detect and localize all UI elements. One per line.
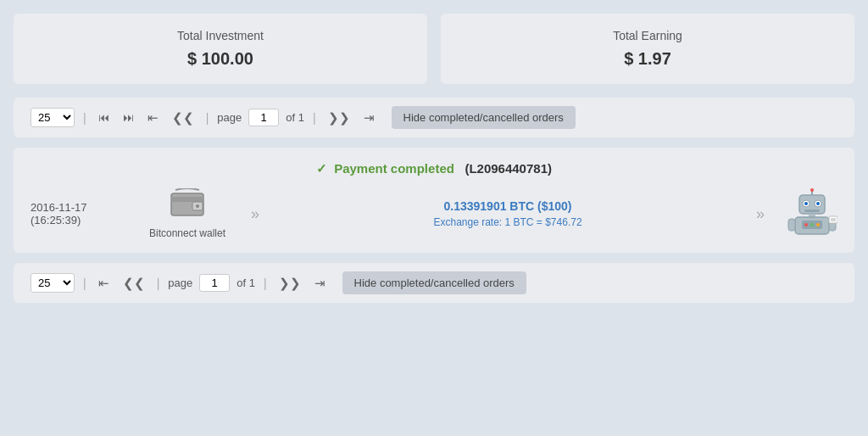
page-input-bottom[interactable]: [199, 274, 230, 292]
svg-rect-18: [788, 219, 795, 231]
order-time-value: (16:25:39): [31, 214, 132, 226]
last-btn-bottom[interactable]: ⇥: [311, 274, 329, 293]
svg-rect-20: [829, 216, 837, 223]
per-page-select-top[interactable]: 25 50 100: [31, 108, 75, 127]
btc-arrow-icon: »: [756, 205, 765, 223]
btc-section: 0.13391901 BTC ($100) Exchange rate: 1 B…: [268, 199, 748, 228]
first-btn-bottom[interactable]: ⇤: [95, 274, 113, 293]
investment-card: Total Investment $ 100.00: [14, 14, 427, 84]
wallet-icon: [170, 188, 204, 224]
next-btn-top[interactable]: ❯❯: [325, 109, 353, 127]
separator-3-top: |: [313, 111, 316, 125]
svg-point-8: [816, 202, 820, 205]
btc-amount: 0.13391901 BTC ($100): [444, 199, 572, 213]
order-date-value: 2016-11-17: [31, 201, 132, 214]
exchange-rate: Exchange rate: 1 BTC = $746.72: [433, 216, 581, 228]
page-label-bottom: page: [168, 277, 192, 289]
svg-point-15: [804, 223, 808, 226]
svg-point-7: [804, 202, 808, 205]
svg-rect-11: [804, 210, 820, 212]
arrow-right-icon: »: [251, 205, 259, 223]
pagination-top-bar: 25 50 100 | ⏮︎ ⏭︎ ⇤ ❮❮ | page of 1 | ❯❯ …: [14, 98, 854, 137]
wallet-label: Bitconnect wallet: [149, 227, 225, 239]
order-header: ✓ Payment completed (L2096440781): [31, 161, 837, 176]
order-date: 2016-11-17 (16:25:39): [31, 201, 132, 226]
back-btn-top[interactable]: ❮❮: [169, 109, 198, 127]
earning-value: $ 1.97: [458, 49, 837, 69]
investment-title: Total Investment: [31, 29, 410, 42]
of-label-top: of 1: [286, 111, 304, 124]
first-page-btn-top[interactable]: ⏮︎: [95, 109, 113, 126]
svg-rect-1: [171, 197, 203, 202]
svg-point-10: [810, 188, 814, 192]
separator-1-bottom: |: [83, 277, 86, 290]
order-body: 2016-11-17 (16:25:39) Bitconnect wallet …: [31, 188, 837, 239]
prev-page-btn-top[interactable]: ⏭︎: [120, 109, 137, 126]
summary-row: Total Investment $ 100.00 Total Earning …: [14, 14, 854, 84]
per-page-select-bottom[interactable]: 25 50 100: [31, 273, 75, 293]
pagination-bottom-bar: 25 50 100 | ⇤ ❮❮ | page of 1 | ❯❯ ⇥ Hide…: [14, 263, 854, 303]
svg-point-17: [816, 223, 820, 226]
investment-value: $ 100.00: [31, 49, 410, 69]
hide-orders-btn-top[interactable]: Hide completed/cancelled orders: [392, 106, 576, 129]
page-label-top: page: [217, 111, 242, 124]
order-status: Payment completed: [334, 161, 454, 176]
earning-title: Total Earning: [458, 29, 837, 42]
order-card: ✓ Payment completed (L2096440781) 2016-1…: [14, 148, 854, 253]
separator-3-bottom: |: [264, 277, 267, 290]
last-btn-top[interactable]: ⇥: [360, 109, 378, 127]
first-btn-top[interactable]: ⇤: [144, 109, 162, 127]
next-btn-bottom[interactable]: ❯❯: [275, 274, 304, 293]
separator-2-top: |: [206, 111, 209, 125]
earning-card: Total Earning $ 1.97: [441, 14, 854, 84]
separator-2-bottom: |: [157, 277, 160, 290]
hide-orders-btn-bottom[interactable]: Hide completed/cancelled orders: [342, 271, 526, 294]
svg-point-16: [810, 223, 814, 226]
of-label-bottom: of 1: [236, 277, 255, 289]
page-input-top[interactable]: [248, 109, 279, 126]
separator-1-top: |: [83, 111, 86, 125]
order-id: (L2096440781): [465, 161, 552, 176]
svg-point-3: [196, 204, 199, 208]
back-btn-bottom[interactable]: ❮❮: [120, 274, 148, 293]
robot-icon: [787, 188, 837, 239]
check-icon: ✓: [316, 161, 327, 176]
wallet-section: Bitconnect wallet: [149, 188, 225, 239]
